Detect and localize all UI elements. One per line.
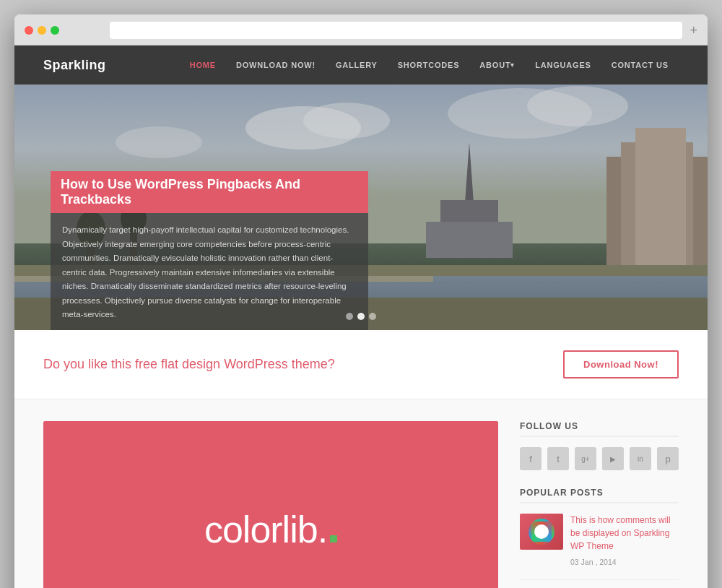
hero-slider: How to Use WordPress Pingbacks And Track… bbox=[14, 85, 708, 330]
site-header: Sparkling HOME DOWNLOAD NOW! GALLERY SHO… bbox=[14, 46, 708, 85]
popular-posts-title: POPULAR POSTS bbox=[520, 488, 679, 503]
nav-item-shortcodes[interactable]: SHORTCODES bbox=[388, 46, 470, 85]
hero-body-text: Dynamically target high-payoff intellect… bbox=[62, 223, 357, 322]
browser-chrome: + bbox=[14, 14, 708, 46]
nav-item-home[interactable]: HOME bbox=[180, 46, 226, 85]
slider-dot-2[interactable] bbox=[357, 313, 365, 320]
facebook-icon[interactable]: f bbox=[520, 447, 542, 470]
cta-text: Do you like this free flat design WordPr… bbox=[43, 357, 335, 372]
popular-posts-section: POPULAR POSTS This is how comments will … bbox=[520, 488, 679, 588]
colorlib-text: colorlib bbox=[204, 508, 318, 551]
url-bar[interactable] bbox=[110, 22, 682, 39]
sidebar: FOLLOW US f t g+ ▶ in p POPULAR POSTS bbox=[520, 421, 679, 588]
colorlib-box: colorlib . bbox=[43, 421, 498, 588]
post-thumb-ring bbox=[529, 519, 554, 545]
youtube-icon[interactable]: ▶ bbox=[602, 447, 624, 470]
slider-dots bbox=[346, 313, 376, 320]
google-plus-icon[interactable]: g+ bbox=[575, 447, 596, 470]
main-content: colorlib . FOLLOW US f t g+ ▶ in bbox=[14, 399, 708, 588]
post-date-1: 03 Jan , 2014 bbox=[570, 558, 617, 566]
nav-item-contact[interactable]: CONTACT US bbox=[601, 46, 679, 85]
twitter-icon[interactable]: t bbox=[547, 447, 569, 470]
popular-post-1: This is how comments will be displayed o… bbox=[520, 514, 679, 580]
site-logo: Sparkling bbox=[43, 58, 106, 73]
new-tab-button[interactable]: + bbox=[690, 23, 697, 38]
site-nav: HOME DOWNLOAD NOW! GALLERY SHORTCODES AB… bbox=[180, 46, 679, 85]
colorlib-logo: colorlib . bbox=[204, 508, 337, 551]
post-thumb-colorlib-bg bbox=[520, 514, 563, 550]
download-now-button[interactable]: Download Now! bbox=[563, 350, 679, 379]
nav-item-download[interactable]: DOWNLOAD NOW! bbox=[226, 46, 326, 85]
nav-item-languages[interactable]: LANGUAGES bbox=[525, 46, 601, 85]
post-info-1: This is how comments will be displayed o… bbox=[570, 514, 679, 568]
follow-us-section: FOLLOW US f t g+ ▶ in p bbox=[520, 421, 679, 470]
slider-dot-1[interactable] bbox=[346, 313, 353, 320]
post-thumb-1 bbox=[520, 514, 563, 550]
content-main: colorlib . bbox=[43, 421, 498, 588]
social-icons: f t g+ ▶ in p bbox=[520, 447, 679, 470]
colorlib-green-square bbox=[330, 535, 337, 542]
cta-section: Do you like this free flat design WordPr… bbox=[14, 330, 708, 399]
close-button[interactable] bbox=[25, 26, 33, 35]
browser-dots bbox=[25, 26, 59, 35]
website: Sparkling HOME DOWNLOAD NOW! GALLERY SHO… bbox=[14, 46, 708, 588]
nav-item-gallery[interactable]: GALLERY bbox=[326, 46, 388, 85]
hero-content: How to Use WordPress Pingbacks And Track… bbox=[51, 171, 368, 330]
browser-window: + Sparkling HOME DOWNLOAD NOW! GALLERY S… bbox=[14, 14, 708, 588]
hero-text-box: Dynamically target high-payoff intellect… bbox=[51, 213, 368, 330]
pinterest-icon[interactable]: p bbox=[657, 447, 679, 470]
maximize-button[interactable] bbox=[51, 26, 59, 35]
slider-dot-3[interactable] bbox=[369, 313, 376, 320]
colorlib-period: . bbox=[318, 508, 328, 551]
follow-us-title: FOLLOW US bbox=[520, 421, 679, 437]
post-title-1[interactable]: This is how comments will be displayed o… bbox=[570, 514, 679, 553]
nav-item-about[interactable]: ABOUT bbox=[469, 46, 525, 85]
hero-title: How to Use WordPress Pingbacks And Track… bbox=[51, 171, 368, 213]
minimize-button[interactable] bbox=[38, 26, 46, 35]
linkedin-icon[interactable]: in bbox=[630, 447, 651, 470]
